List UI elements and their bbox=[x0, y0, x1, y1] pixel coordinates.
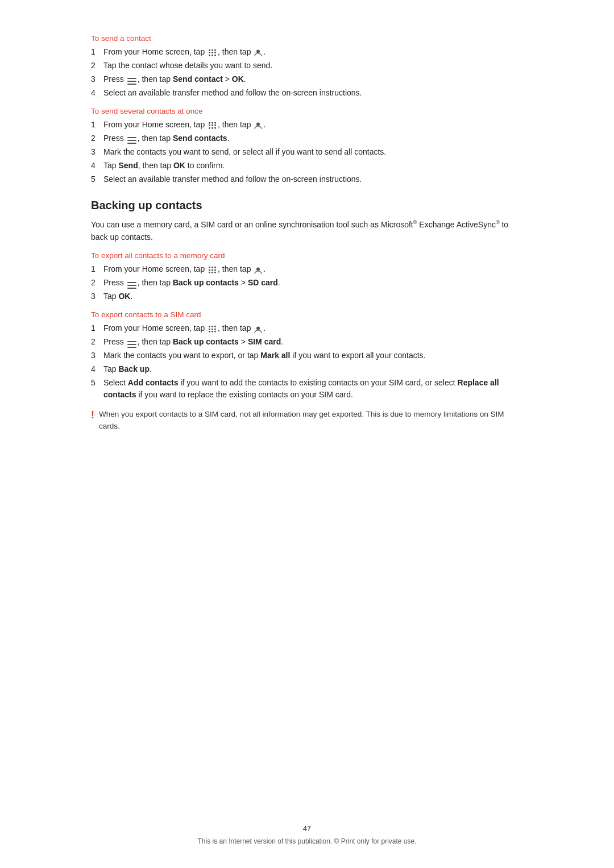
svg-point-8 bbox=[256, 267, 260, 271]
list-item: 2 Press , then tap Back up contacts > SI… bbox=[91, 336, 523, 348]
menu-icon bbox=[127, 339, 136, 346]
export-memory-heading: To export all contacts to a memory card bbox=[91, 251, 523, 260]
send-contact-section: To send a contact 1 From your Home scree… bbox=[91, 34, 523, 99]
person-icon bbox=[254, 48, 262, 56]
exclamation-icon: ! bbox=[91, 409, 94, 422]
list-item: 5 Select Add contacts if you want to add… bbox=[91, 377, 523, 401]
export-sim-section: To export contacts to a SIM card 1 From … bbox=[91, 310, 523, 432]
svg-rect-9 bbox=[127, 282, 136, 283]
svg-point-12 bbox=[256, 326, 260, 330]
menu-icon bbox=[127, 135, 136, 142]
apps-icon bbox=[208, 49, 217, 56]
send-several-list: 1 From your Home screen, tap , then tap … bbox=[91, 119, 523, 185]
list-item: 1 From your Home screen, tap , then tap … bbox=[91, 119, 523, 131]
list-item: 1 From your Home screen, tap , then tap … bbox=[91, 46, 523, 58]
svg-rect-7 bbox=[127, 143, 136, 144]
export-memory-section: To export all contacts to a memory card … bbox=[91, 251, 523, 302]
page-footer: 47 This is an Internet version of this p… bbox=[0, 824, 614, 845]
person-icon bbox=[254, 121, 262, 129]
svg-rect-15 bbox=[127, 347, 136, 348]
svg-rect-5 bbox=[127, 137, 136, 138]
list-item: 1 From your Home screen, tap , then tap … bbox=[91, 322, 523, 334]
svg-rect-13 bbox=[127, 341, 136, 342]
backing-up-intro: You can use a memory card, a SIM card or… bbox=[91, 219, 523, 243]
list-item: 2 Tap the contact whose details you want… bbox=[91, 60, 523, 72]
list-item: 2 Press , then tap Send contacts. bbox=[91, 132, 523, 144]
svg-rect-6 bbox=[127, 140, 136, 141]
svg-point-4 bbox=[256, 123, 260, 126]
svg-point-0 bbox=[256, 50, 260, 53]
apps-icon bbox=[208, 266, 217, 273]
page-number: 47 bbox=[0, 824, 614, 833]
export-sim-list: 1 From your Home screen, tap , then tap … bbox=[91, 322, 523, 401]
svg-rect-1 bbox=[127, 78, 136, 79]
svg-rect-3 bbox=[127, 84, 136, 85]
list-item: 3 Press , then tap Send contact > OK. bbox=[91, 73, 523, 85]
send-several-heading: To send several contacts at once bbox=[91, 107, 523, 115]
svg-rect-10 bbox=[127, 285, 136, 286]
person-icon bbox=[254, 266, 262, 274]
svg-rect-11 bbox=[127, 288, 136, 289]
send-contact-heading: To send a contact bbox=[91, 34, 523, 43]
footer-text: This is an Internet version of this publ… bbox=[197, 837, 416, 845]
list-item: 2 Press , then tap Back up contacts > SD… bbox=[91, 277, 523, 289]
list-item: 3 Mark the contacts you want to export, … bbox=[91, 350, 523, 362]
export-memory-list: 1 From your Home screen, tap , then tap … bbox=[91, 263, 523, 302]
page-container: To send a contact 1 From your Home scree… bbox=[0, 0, 614, 868]
backing-up-heading: Backing up contacts bbox=[91, 199, 523, 212]
list-item: 4 Tap Send, then tap OK to confirm. bbox=[91, 160, 523, 172]
menu-icon bbox=[127, 280, 136, 287]
note-text: When you export contacts to a SIM card, … bbox=[99, 409, 523, 432]
list-item: 3 Tap OK. bbox=[91, 290, 523, 302]
menu-icon bbox=[127, 76, 136, 83]
list-item: 4 Tap Back up. bbox=[91, 363, 523, 375]
export-sim-heading: To export contacts to a SIM card bbox=[91, 310, 523, 319]
list-item: 3 Mark the contacts you want to send, or… bbox=[91, 146, 523, 158]
apps-icon bbox=[208, 325, 217, 333]
send-contact-list: 1 From your Home screen, tap , then tap … bbox=[91, 46, 523, 99]
send-several-section: To send several contacts at once 1 From … bbox=[91, 107, 523, 185]
apps-icon bbox=[208, 122, 217, 129]
svg-rect-14 bbox=[127, 344, 136, 345]
person-icon bbox=[254, 325, 262, 333]
list-item: 1 From your Home screen, tap , then tap … bbox=[91, 263, 523, 275]
list-item: 5 Select an available transfer method an… bbox=[91, 173, 523, 185]
list-item: 4 Select an available transfer method an… bbox=[91, 87, 523, 99]
note-block: ! When you export contacts to a SIM card… bbox=[91, 409, 523, 432]
backing-up-section: Backing up contacts You can use a memory… bbox=[91, 199, 523, 243]
svg-rect-2 bbox=[127, 81, 136, 82]
